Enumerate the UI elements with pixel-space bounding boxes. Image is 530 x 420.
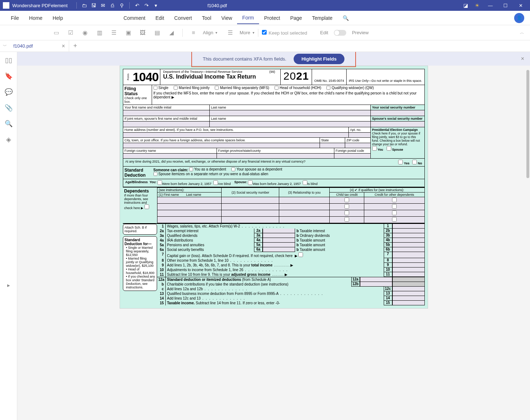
l2b-amount[interactable]: [392, 229, 425, 233]
l5a-amount[interactable]: [263, 243, 295, 247]
l2a-amount[interactable]: [263, 229, 295, 233]
mail-icon[interactable]: ✉: [98, 1, 108, 10]
filing-qw[interactable]: Qualifying widow(er) (QW): [326, 86, 374, 90]
dep-row[interactable]: [157, 197, 424, 204]
dep-row[interactable]: [157, 210, 424, 217]
comments-icon[interactable]: 💬: [4, 87, 13, 97]
menu-page[interactable]: Page: [285, 12, 307, 24]
l12a-amount[interactable]: [360, 277, 392, 282]
spouse-itemizes[interactable]: Spouse itemizes on a separate return or …: [153, 172, 268, 176]
you-born[interactable]: Were born before January 2, 1957: [157, 180, 211, 186]
menu-convert[interactable]: Convert: [169, 12, 197, 24]
edit-preview-toggle[interactable]: [334, 30, 346, 36]
document-canvas[interactable]: This document contains XFA form fields. …: [17, 52, 530, 420]
more-dep-checkbox[interactable]: [144, 204, 149, 209]
minimize-button[interactable]: —: [484, 1, 497, 10]
close-window-button[interactable]: ✕: [514, 1, 527, 10]
maximize-button[interactable]: ☐: [499, 1, 512, 10]
crypto-yes[interactable]: Yes: [398, 162, 409, 165]
filing-single[interactable]: Single: [153, 86, 169, 90]
line-1-amount[interactable]: [392, 224, 425, 229]
spouse-ssn-input[interactable]: [371, 121, 424, 127]
l6b-amount[interactable]: [392, 247, 425, 252]
l3a-amount[interactable]: [263, 233, 295, 238]
l10-amount[interactable]: [392, 268, 425, 272]
l7-checkbox[interactable]: [298, 252, 303, 257]
redo-icon[interactable]: ↷: [142, 1, 151, 10]
layers-icon[interactable]: ◈: [4, 135, 13, 144]
menu-edit[interactable]: Edit: [150, 12, 169, 24]
l13-amount[interactable]: [392, 291, 425, 296]
l8-amount[interactable]: [392, 258, 425, 263]
menu-view[interactable]: View: [216, 12, 237, 24]
expand-sidebar-icon[interactable]: ▶: [7, 283, 10, 287]
address-input[interactable]: [123, 133, 371, 138]
spouse-name-input-row[interactable]: [123, 121, 371, 127]
close-banner-icon[interactable]: ×: [521, 56, 524, 62]
menu-file[interactable]: File: [6, 12, 24, 24]
dep-row[interactable]: [157, 204, 424, 210]
share-icon[interactable]: ⚲: [117, 1, 126, 10]
pec-spouse[interactable]: Spouse: [387, 148, 403, 151]
bookmarks-icon[interactable]: 🔖: [4, 71, 13, 81]
open-folder-icon[interactable]: 🗀: [80, 1, 89, 10]
eraser-tool-icon[interactable]: ◢: [164, 27, 179, 39]
l7-amount[interactable]: [392, 252, 425, 258]
search-icon[interactable]: 🔍: [338, 12, 354, 24]
filing-hoh[interactable]: Head of household (HOH): [275, 86, 321, 90]
new-tab-button[interactable]: +: [69, 42, 82, 50]
thumbnails-icon[interactable]: ▯▯: [4, 56, 13, 65]
l15-amount[interactable]: [392, 301, 425, 305]
align-label[interactable]: Align: [203, 30, 213, 35]
menu-tool[interactable]: Tool: [197, 12, 217, 24]
filing-mfj[interactable]: Married filing jointly: [174, 86, 210, 90]
spouse-blind[interactable]: Is blind: [303, 180, 318, 186]
menu-help[interactable]: Help: [48, 12, 68, 24]
spouse-dependent[interactable]: Your spouse as a dependent: [231, 167, 282, 171]
account-avatar-icon[interactable]: 👤: [514, 13, 524, 23]
save-icon[interactable]: 🖫: [89, 1, 98, 10]
button-tool-icon[interactable]: ▣: [121, 27, 135, 39]
highlight-fields-button[interactable]: Highlight Fields: [294, 54, 345, 64]
dep-row[interactable]: [157, 217, 424, 223]
collapse-ribbon-icon[interactable]: ︿: [520, 30, 524, 36]
filing-mfs[interactable]: Married filing separately (MFS): [215, 86, 269, 90]
close-tab-icon[interactable]: ×: [62, 43, 65, 49]
l11-amount[interactable]: [392, 272, 425, 277]
signature-tool-icon[interactable]: ▤: [150, 27, 164, 39]
menu-protect[interactable]: Protect: [259, 12, 285, 24]
you-blind[interactable]: Are blind: [213, 180, 231, 186]
checkbox-tool-icon[interactable]: ☑: [63, 27, 78, 39]
l5b-amount[interactable]: [392, 243, 425, 247]
l9-amount[interactable]: [392, 263, 425, 268]
foreign-input[interactable]: [123, 154, 371, 159]
l4a-amount[interactable]: [263, 238, 295, 243]
radio-tool-icon[interactable]: ◉: [78, 27, 92, 39]
more-label[interactable]: More: [240, 30, 250, 35]
crypto-no[interactable]: No: [412, 162, 422, 165]
undo-icon[interactable]: ↶: [133, 1, 142, 10]
textfield-tool-icon[interactable]: ▭: [49, 27, 63, 39]
combobox-tool-icon[interactable]: ▥: [92, 27, 107, 39]
theme-sun-icon[interactable]: ☀: [472, 1, 482, 10]
pec-you[interactable]: You: [372, 148, 383, 151]
l14-amount[interactable]: [392, 296, 425, 301]
dropdown-icon[interactable]: ▾: [151, 1, 161, 10]
keep-tool-checkbox[interactable]: Keep tool selected: [262, 30, 307, 36]
vertical-scrollbar[interactable]: [526, 70, 529, 178]
spouse-born[interactable]: Was born before January 2, 1957: [248, 180, 300, 186]
more-icon[interactable]: ☰: [223, 27, 237, 39]
you-dependent[interactable]: You as a dependent: [189, 167, 226, 171]
menu-form[interactable]: Form: [237, 12, 259, 24]
city-input[interactable]: [123, 143, 371, 148]
menu-comment[interactable]: Comment: [119, 12, 151, 24]
document-tab[interactable]: f1040.pdf ×: [10, 40, 69, 52]
tab-list-chevron-icon[interactable]: ﹀: [0, 43, 10, 49]
menu-template[interactable]: Template: [307, 12, 338, 24]
attachments-icon[interactable]: 📎: [4, 103, 13, 112]
print-icon[interactable]: ⎙: [108, 1, 117, 10]
l6a-amount[interactable]: [263, 247, 295, 252]
l12c-amount[interactable]: [392, 287, 425, 291]
l3b-amount[interactable]: [392, 233, 425, 238]
image-tool-icon[interactable]: 🖼: [135, 27, 150, 39]
